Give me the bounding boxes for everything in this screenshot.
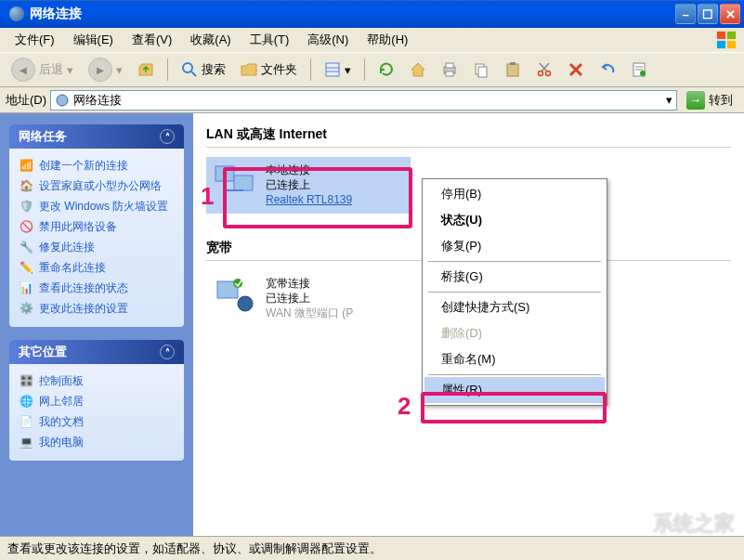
ctx-shortcut[interactable]: 创建快捷方式(S): [424, 294, 605, 320]
task-change-settings[interactable]: ⚙️更改此连接的设置: [19, 299, 175, 319]
back-label: 后退: [39, 61, 63, 78]
task-view-status[interactable]: 📊查看此连接的状态: [19, 279, 175, 299]
cut-button[interactable]: [530, 59, 558, 81]
status-bar: 查看或更改该连接的设置，如适配器、协议、或调制解调器配置设置。: [0, 536, 744, 560]
ctx-rename[interactable]: 重命名(M): [424, 346, 605, 372]
connection-name: 本地连接: [266, 163, 352, 177]
copy-button[interactable]: [467, 59, 495, 81]
chevron-up-icon: ˄: [160, 345, 175, 359]
connection-local-area[interactable]: 本地连接 已连接上 Realtek RTL8139: [206, 157, 411, 214]
paste-button[interactable]: [499, 59, 527, 81]
settings-icon: ⚙️: [19, 302, 33, 317]
menu-bar: 文件(F) 编辑(E) 查看(V) 收藏(A) 工具(T) 高级(N) 帮助(H…: [0, 28, 744, 52]
ctx-status[interactable]: 状态(U): [424, 207, 605, 233]
views-icon: [324, 61, 341, 78]
ctx-bridge[interactable]: 桥接(G): [424, 264, 605, 290]
menu-view[interactable]: 查看(V): [124, 30, 179, 50]
svg-point-32: [238, 296, 253, 311]
sidebar: 网络任务 ˄ 📶创建一个新的连接 🏠设置家庭或小型办公网络 🛡️更改 Windo…: [0, 113, 193, 536]
chevron-up-icon: ˄: [160, 129, 175, 144]
properties-button[interactable]: [625, 59, 653, 81]
status-text: 查看或更改该连接的设置，如适配器、协议、或调制解调器配置设置。: [7, 540, 382, 557]
svg-point-26: [57, 95, 68, 106]
refresh-icon: [378, 61, 395, 78]
panel-body: 📶创建一个新的连接 🏠设置家庭或小型办公网络 🛡️更改 Windows 防火墙设…: [9, 149, 184, 327]
connection-device: Realtek RTL8139: [266, 192, 352, 207]
svg-rect-27: [215, 166, 234, 181]
panel-title: 网络任务: [19, 128, 67, 145]
address-bar: 地址(D) 网络连接 ▾ → 转到: [0, 87, 744, 113]
search-button[interactable]: 搜索: [176, 59, 231, 81]
svg-rect-1: [727, 32, 736, 39]
svg-rect-13: [478, 67, 487, 77]
svg-point-25: [640, 71, 646, 76]
separator: [310, 59, 311, 81]
undo-button[interactable]: [594, 59, 621, 81]
link-control-panel[interactable]: 🎛️控制面板: [19, 371, 175, 392]
home-button[interactable]: [404, 59, 432, 81]
maximize-button[interactable]: ☐: [698, 4, 718, 24]
ctx-disable[interactable]: 停用(B): [424, 181, 605, 207]
task-firewall[interactable]: 🛡️更改 Windows 防火墙设置: [19, 197, 175, 217]
svg-point-4: [183, 63, 192, 72]
views-button[interactable]: ▾: [319, 59, 357, 81]
close-button[interactable]: ✕: [720, 4, 740, 24]
task-repair[interactable]: 🔧修复此连接: [19, 238, 175, 258]
connection-device: WAN 微型端口 (P: [266, 306, 353, 320]
back-button[interactable]: ◄ 后退 ▾: [6, 55, 79, 85]
chevron-down-icon: ▾: [67, 63, 73, 77]
chevron-down-icon[interactable]: ▾: [666, 93, 672, 107]
firewall-icon: 🛡️: [19, 200, 33, 215]
task-rename[interactable]: ✏️重命名此连接: [19, 258, 175, 279]
separator: [428, 292, 601, 293]
link-my-documents[interactable]: 📄我的文档: [19, 412, 175, 433]
link-my-computer[interactable]: 💻我的电脑: [19, 433, 175, 453]
address-field[interactable]: 网络连接 ▾: [50, 90, 677, 111]
back-icon: ◄: [11, 58, 35, 82]
folders-button[interactable]: 文件夹: [235, 59, 303, 81]
separator: [428, 261, 601, 262]
annotation-label-1: 1: [201, 182, 214, 211]
menu-help[interactable]: 帮助(H): [359, 30, 415, 50]
network-setup-icon: 🏠: [19, 179, 33, 194]
task-create-connection[interactable]: 📶创建一个新的连接: [19, 156, 175, 176]
menu-favorites[interactable]: 收藏(A): [183, 30, 238, 50]
print-button[interactable]: [436, 59, 463, 81]
connection-status: 已连接上: [266, 177, 352, 192]
windows-logo-icon: [714, 30, 738, 50]
documents-icon: 📄: [19, 415, 33, 430]
wizard-icon: 📶: [19, 159, 33, 174]
delete-button[interactable]: [562, 59, 590, 81]
task-disable-device[interactable]: 🚫禁用此网络设备: [19, 217, 175, 238]
svg-rect-11: [446, 72, 453, 76]
svg-rect-10: [446, 63, 453, 68]
window-title: 网络连接: [30, 6, 675, 22]
panel-header[interactable]: 网络任务 ˄: [9, 124, 184, 149]
context-menu: 停用(B) 状态(U) 修复(P) 桥接(G) 创建快捷方式(S) 删除(D) …: [422, 178, 607, 406]
link-network-places[interactable]: 🌐网上邻居: [19, 392, 175, 412]
chevron-down-icon: ▾: [116, 63, 123, 77]
home-icon: [410, 61, 426, 78]
menu-tools[interactable]: 工具(T): [242, 30, 297, 50]
menu-edit[interactable]: 编辑(E): [66, 30, 121, 50]
svg-rect-6: [326, 63, 339, 76]
forward-button[interactable]: ► ▾: [83, 55, 128, 85]
go-icon: →: [686, 91, 705, 110]
separator: [428, 374, 601, 375]
address-label: 地址(D): [6, 92, 46, 109]
up-button[interactable]: [132, 59, 160, 81]
connection-broadband[interactable]: 宽带连接 已连接上 WAN 微型端口 (P: [206, 270, 411, 327]
svg-rect-28: [234, 176, 253, 190]
minimize-button[interactable]: –: [675, 4, 696, 24]
separator: [364, 59, 365, 81]
network-tasks-panel: 网络任务 ˄ 📶创建一个新的连接 🏠设置家庭或小型办公网络 🛡️更改 Windo…: [9, 124, 184, 327]
task-setup-network[interactable]: 🏠设置家庭或小型办公网络: [19, 176, 175, 197]
ctx-properties[interactable]: 属性(R): [424, 377, 605, 403]
go-button[interactable]: → 转到: [681, 89, 738, 111]
menu-file[interactable]: 文件(F): [7, 30, 62, 50]
menu-advanced[interactable]: 高级(N): [300, 30, 356, 50]
refresh-button[interactable]: [372, 59, 400, 81]
ctx-repair[interactable]: 修复(P): [424, 233, 605, 259]
rename-icon: ✏️: [19, 261, 33, 276]
panel-header[interactable]: 其它位置 ˄: [9, 340, 184, 364]
